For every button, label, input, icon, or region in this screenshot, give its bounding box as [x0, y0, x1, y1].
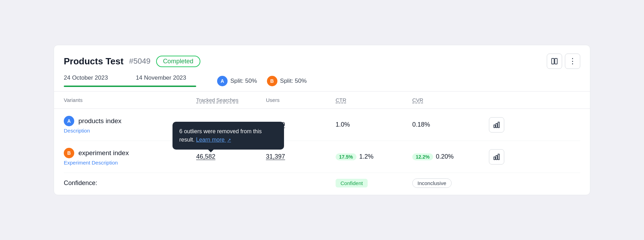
col-cvr[interactable]: CVR	[412, 97, 489, 103]
layout-button[interactable]	[547, 54, 562, 69]
external-link-icon: ↗	[227, 137, 231, 143]
variant-b-chart-btn[interactable]	[489, 149, 510, 165]
progress-bar-container	[64, 86, 196, 87]
svg-rect-6	[496, 155, 497, 160]
avatar-b: B	[267, 76, 277, 86]
split-a-label: Split: 50%	[230, 78, 257, 85]
variant-b-ctr: 17.5% 1.2%	[336, 153, 412, 160]
variant-b-tracked[interactable]: 46,582 6 outliers were removed from this…	[196, 153, 266, 160]
status-badge: Completed	[156, 56, 200, 67]
col-variants: Variants	[64, 97, 196, 103]
avatar-a-row: A	[64, 116, 74, 126]
variant-a-name: products index	[78, 117, 122, 125]
svg-rect-1	[555, 58, 557, 64]
variant-b-ctr-val: 1.2%	[359, 153, 374, 160]
header-left: Products Test #5049 Completed	[64, 56, 200, 67]
progress-bar	[64, 86, 196, 87]
variant-b-cvr-val: 0.20%	[436, 153, 454, 160]
svg-rect-5	[494, 157, 495, 160]
card-header: Products Test #5049 Completed ⋮	[54, 45, 590, 91]
table-header: Variants Tracked Searches Users CTR CVR	[54, 91, 590, 109]
splits-row: A Split: 50% B Split: 50%	[217, 76, 307, 86]
more-icon: ⋮	[569, 57, 577, 66]
confidence-label: Confidence:	[64, 179, 196, 187]
header-top-row: Products Test #5049 Completed ⋮	[64, 54, 580, 69]
variant-b-cell: B experiment index Experiment Descriptio…	[64, 148, 196, 166]
variant-b-tracked-val: 46,582	[196, 153, 215, 160]
variant-a-name-row: A products index	[64, 116, 196, 126]
split-a: A Split: 50%	[217, 76, 257, 86]
variant-a-tracked[interactable]: 45,540	[196, 121, 266, 128]
confidence-b: Inconclusive	[412, 178, 489, 188]
date-start: 24 October 2023	[64, 74, 108, 81]
page-title: Products Test	[64, 56, 123, 67]
variant-a-users-val: 31,089	[266, 121, 285, 128]
confidence-a: Confident	[336, 179, 412, 187]
more-button[interactable]: ⋮	[565, 54, 580, 69]
variant-a-chart-btn[interactable]	[489, 117, 510, 133]
variant-a-ctr-val: 1.0%	[336, 121, 350, 128]
variant-a-ctr: 1.0%	[336, 121, 412, 128]
col-chart	[489, 97, 510, 103]
chart-button-b[interactable]	[489, 149, 504, 165]
tooltip-link[interactable]: Learn more ↗	[196, 137, 231, 143]
col-ctr[interactable]: CTR	[336, 97, 412, 103]
split-b-label: Split: 50%	[280, 78, 307, 85]
col-users: Users	[266, 97, 336, 103]
table-row: B experiment index Experiment Descriptio…	[64, 141, 580, 173]
chart-button-a[interactable]	[489, 117, 504, 133]
variant-b-users-val: 31,397	[266, 153, 285, 160]
variant-b-name-row: B experiment index	[64, 148, 196, 158]
col-tracked-searches[interactable]: Tracked Searches	[196, 97, 266, 103]
dates-row: 24 October 2023 14 November 2023	[64, 74, 196, 83]
dates-splits-row: 24 October 2023 14 November 2023 A Split…	[64, 74, 580, 91]
table-body: A products index Description 45,540 31,0…	[54, 109, 590, 195]
split-b: B Split: 50%	[267, 76, 307, 86]
variant-a-cell: A products index Description	[64, 116, 196, 134]
svg-rect-3	[496, 123, 497, 128]
table-row: A products index Description 45,540 31,0…	[64, 109, 580, 141]
header-actions: ⋮	[547, 54, 580, 69]
variant-a-users[interactable]: 31,089	[266, 121, 336, 128]
svg-rect-0	[552, 58, 554, 64]
avatar-a: A	[217, 76, 228, 86]
cvr-badge: 12.2%	[412, 153, 433, 160]
svg-rect-2	[494, 125, 495, 128]
tooltip-wrapper: 46,582 6 outliers were removed from this…	[196, 153, 215, 160]
confident-badge: Confident	[336, 179, 368, 187]
variant-b-desc[interactable]: Experiment Description	[64, 160, 196, 166]
avatar-b-row: B	[64, 148, 74, 158]
variant-a-cvr: 0.18%	[412, 121, 489, 128]
tooltip-link-text: Learn more	[196, 137, 225, 143]
svg-rect-7	[498, 154, 499, 160]
svg-rect-4	[498, 122, 499, 128]
variant-b-cvr: 12.2% 0.20%	[412, 153, 489, 160]
test-id: #5049	[129, 57, 150, 66]
date-progress: 24 October 2023 14 November 2023	[64, 74, 196, 91]
variant-b-name: experiment index	[78, 149, 129, 157]
confidence-row: Confidence: Confident Inconclusive	[64, 173, 580, 195]
main-card: Products Test #5049 Completed ⋮	[54, 45, 590, 195]
variant-b-users[interactable]: 31,397	[266, 153, 336, 160]
variant-a-tracked-val: 45,540	[196, 121, 215, 128]
variant-a-desc[interactable]: Description	[64, 128, 196, 134]
variant-a-cvr-val: 0.18%	[412, 121, 430, 128]
ctr-badge: 17.5%	[336, 153, 356, 160]
date-end: 14 November 2023	[136, 74, 186, 81]
inconclusive-badge: Inconclusive	[412, 178, 452, 188]
